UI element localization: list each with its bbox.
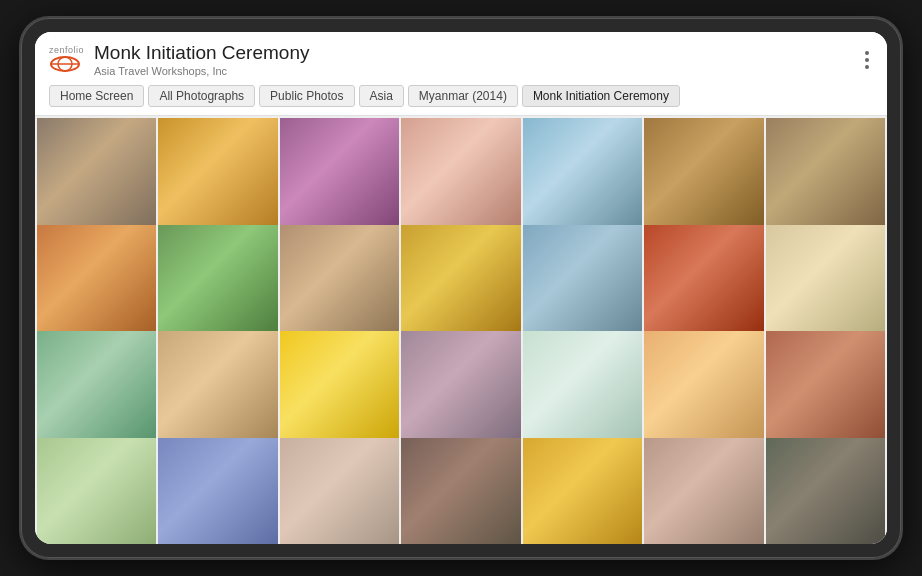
zenfolio-icon <box>49 55 81 73</box>
photo-cell-0[interactable]: Bagan <box>37 118 156 237</box>
photo-cell-2[interactable]: Bagan <box>280 118 399 237</box>
photo-cell-25[interactable]: Bagan <box>523 438 642 545</box>
header-top: zenfolio Monk Initiation Ceremony Asia T… <box>49 42 873 77</box>
breadcrumb-item-5[interactable]: Monk Initiation Ceremony <box>522 85 680 107</box>
photo-cell-5[interactable]: Bagan <box>644 118 763 237</box>
breadcrumb-item-4[interactable]: Myanmar (2014) <box>408 85 518 107</box>
tablet-frame: zenfolio Monk Initiation Ceremony Asia T… <box>21 18 901 558</box>
photo-cell-18[interactable]: Bagan <box>523 331 642 450</box>
photo-cell-9[interactable]: Bagan <box>280 225 399 344</box>
photo-cell-12[interactable]: Bagan <box>644 225 763 344</box>
photo-cell-14[interactable]: Bagan <box>37 331 156 450</box>
breadcrumb-item-2[interactable]: Public Photos <box>259 85 354 107</box>
more-dot-2 <box>865 58 869 62</box>
header-left: zenfolio Monk Initiation Ceremony Asia T… <box>49 42 309 77</box>
more-dot-1 <box>865 51 869 55</box>
zenfolio-text: zenfolio <box>49 46 84 55</box>
photo-grid: BaganBaganBaganBaganBaganBaganBaganBagan… <box>35 116 887 544</box>
photo-cell-1[interactable]: Bagan <box>158 118 277 237</box>
photo-cell-19[interactable]: Bagan <box>644 331 763 450</box>
breadcrumb-item-0[interactable]: Home Screen <box>49 85 144 107</box>
photo-cell-13[interactable]: Bagan <box>766 225 885 344</box>
photo-cell-26[interactable]: Bagan <box>644 438 763 545</box>
photo-cell-4[interactable]: Bagan <box>523 118 642 237</box>
photo-cell-21[interactable]: Bagan <box>37 438 156 545</box>
photo-cell-22[interactable]: Bagan <box>158 438 277 545</box>
tablet-screen: zenfolio Monk Initiation Ceremony Asia T… <box>35 32 887 544</box>
breadcrumb-item-3[interactable]: Asia <box>359 85 404 107</box>
zenfolio-logo: zenfolio <box>49 46 84 73</box>
photo-cell-6[interactable]: Bagan <box>766 118 885 237</box>
breadcrumb-item-1[interactable]: All Photographs <box>148 85 255 107</box>
photo-cell-27[interactable]: Bagan <box>766 438 885 545</box>
photo-cell-3[interactable]: Bagan <box>401 118 520 237</box>
photo-cell-8[interactable]: Bagan <box>158 225 277 344</box>
photo-cell-11[interactable]: Bagan <box>523 225 642 344</box>
page-title: Monk Initiation Ceremony <box>94 42 309 64</box>
more-dot-3 <box>865 65 869 69</box>
photo-cell-15[interactable]: Bagan <box>158 331 277 450</box>
photo-cell-17[interactable]: Bagan <box>401 331 520 450</box>
photo-cell-10[interactable]: Bagan <box>401 225 520 344</box>
header-title-block: Monk Initiation Ceremony Asia Travel Wor… <box>94 42 309 77</box>
photo-cell-23[interactable]: Bagan <box>280 438 399 545</box>
header: zenfolio Monk Initiation Ceremony Asia T… <box>35 32 887 116</box>
photo-cell-7[interactable]: Bagan <box>37 225 156 344</box>
photo-cell-20[interactable]: Bagan <box>766 331 885 450</box>
page-subtitle: Asia Travel Workshops, Inc <box>94 65 309 77</box>
breadcrumb: Home ScreenAll PhotographsPublic PhotosA… <box>49 85 873 115</box>
photo-cell-16[interactable]: Bagan <box>280 331 399 450</box>
photo-cell-24[interactable]: Bagan <box>401 438 520 545</box>
more-options-button[interactable] <box>861 47 873 73</box>
